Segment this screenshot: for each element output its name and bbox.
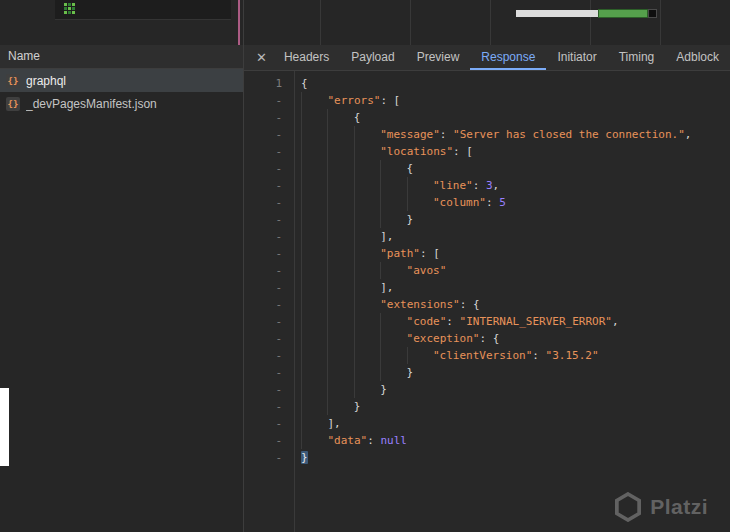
indent-guide <box>327 177 353 194</box>
line-number: - <box>244 296 294 313</box>
indent-guide <box>354 330 380 347</box>
code-line: -"message": "Server has closed the conne… <box>244 126 730 143</box>
request-list: {}graphql{}_devPagesManifest.json <box>0 69 243 115</box>
indent-guide <box>354 160 380 177</box>
indent-guide <box>301 279 327 296</box>
indent-guide <box>327 313 353 330</box>
indent-guide <box>354 364 380 381</box>
code-token: "message" <box>380 128 440 141</box>
code-line-content: { <box>294 109 730 126</box>
indent-guide <box>301 143 327 160</box>
code-token: : [ <box>380 94 400 107</box>
code-token: , <box>685 128 692 141</box>
network-table-row[interactable] <box>55 0 231 20</box>
line-number: - <box>244 160 294 177</box>
line-number: - <box>244 143 294 160</box>
code-token: "Server has closed the connection." <box>453 128 685 141</box>
indent-guide <box>327 109 353 126</box>
code-token: { <box>354 111 361 124</box>
line-number: - <box>244 381 294 398</box>
code-line-content: ], <box>294 228 730 245</box>
indent-guide <box>407 194 433 211</box>
indent-guide <box>301 313 327 330</box>
code-token: null <box>380 434 407 447</box>
code-line-content: } <box>294 211 730 228</box>
code-line-content: "code": "INTERNAL_SERVER_ERROR", <box>294 313 730 330</box>
load-event-marker <box>238 0 240 45</box>
indent-guide <box>354 279 380 296</box>
indent-guide <box>327 296 353 313</box>
tab-headers[interactable]: Headers <box>273 45 340 70</box>
tab-response[interactable]: Response <box>470 45 546 70</box>
indent-guide <box>301 211 327 228</box>
indent-guide <box>301 177 327 194</box>
column-divider <box>490 0 491 45</box>
code-token: ], <box>380 281 393 294</box>
code-line: -"column": 5 <box>244 194 730 211</box>
indent-guide <box>380 347 406 364</box>
devtools-window: Name {}graphql{}_devPagesManifest.json ✕… <box>0 0 730 532</box>
code-token: "clientVersion" <box>433 349 532 362</box>
network-overview-strip <box>0 0 730 46</box>
code-token: } <box>407 213 414 226</box>
close-icon[interactable]: ✕ <box>250 45 273 70</box>
indent-guide <box>327 160 353 177</box>
indent-guide <box>380 330 406 347</box>
code-line: -"avos" <box>244 262 730 279</box>
code-line-content: ], <box>294 279 730 296</box>
code-token: "errors" <box>327 94 380 107</box>
code-line: -"errors": [ <box>244 92 730 109</box>
line-number: - <box>244 262 294 279</box>
line-number: - <box>244 432 294 449</box>
code-line-content: ], <box>294 415 730 432</box>
tab-adblock[interactable]: Adblock <box>665 45 730 70</box>
line-number: - <box>244 92 294 109</box>
indent-guide <box>327 245 353 262</box>
code-token: ], <box>380 230 393 243</box>
code-line-content: } <box>294 381 730 398</box>
tab-payload[interactable]: Payload <box>340 45 405 70</box>
indent-guide <box>327 347 353 364</box>
code-token: : [ <box>420 247 440 260</box>
line-number: - <box>244 415 294 432</box>
line-number: - <box>244 228 294 245</box>
code-line: -], <box>244 279 730 296</box>
code-token: 3 <box>486 179 493 192</box>
tab-timing[interactable]: Timing <box>608 45 666 70</box>
code-line-content: { <box>294 160 730 177</box>
line-number: - <box>244 126 294 143</box>
code-token: : <box>532 349 545 362</box>
code-line: -"locations": [ <box>244 143 730 160</box>
indent-guide <box>380 313 406 330</box>
line-number: - <box>244 330 294 347</box>
code-line-content: } <box>294 449 730 466</box>
waterfall-wait-segment <box>516 10 598 17</box>
tab-preview[interactable]: Preview <box>406 45 471 70</box>
code-token: "3.15.2" <box>546 349 599 362</box>
code-line-content: "column": 5 <box>294 194 730 211</box>
gutter-border <box>294 71 295 532</box>
code-line: -} <box>244 381 730 398</box>
indent-guide <box>354 143 380 160</box>
waterfall-bar[interactable] <box>516 8 657 19</box>
indent-guide <box>380 194 406 211</box>
code-token: , <box>612 315 619 328</box>
name-column-header[interactable]: Name <box>0 45 243 69</box>
request-row[interactable]: {}graphql <box>0 69 243 92</box>
indent-guide <box>301 160 327 177</box>
indent-guide <box>301 245 327 262</box>
indent-guide <box>327 194 353 211</box>
code-token: "path" <box>380 247 420 260</box>
code-line-content: "locations": [ <box>294 143 730 160</box>
pane-divider[interactable] <box>243 0 244 532</box>
line-number: - <box>244 398 294 415</box>
request-row[interactable]: {}_devPagesManifest.json <box>0 92 243 115</box>
response-code[interactable]: 1{-"errors": [-{-"message": "Server has … <box>244 71 730 532</box>
code-token: : <box>446 315 459 328</box>
code-token: "extensions" <box>380 298 459 311</box>
tab-initiator[interactable]: Initiator <box>546 45 607 70</box>
indent-guide <box>380 160 406 177</box>
code-line: -"extensions": { <box>244 296 730 313</box>
code-token: : <box>440 128 453 141</box>
indent-guide <box>327 126 353 143</box>
